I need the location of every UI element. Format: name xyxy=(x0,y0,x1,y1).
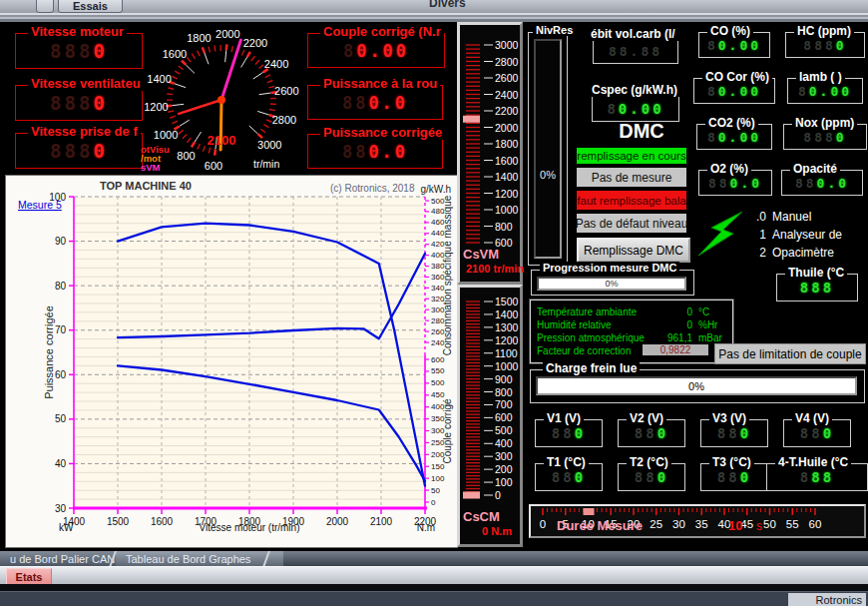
gas-group-4: CO2 (%)80.00 xyxy=(696,124,772,150)
v-label-0: V1 (V) xyxy=(544,411,584,425)
svg-text:1200: 1200 xyxy=(495,188,519,200)
svg-text:600: 600 xyxy=(205,160,222,172)
gauge-minor-tick xyxy=(251,56,255,61)
vitesse-ventilateur-label: Vitesse ventilateu xyxy=(28,76,144,91)
gas-label-7: Opacité xyxy=(790,162,840,176)
gauge-minor-tick xyxy=(263,125,268,128)
svg-text:2800: 2800 xyxy=(272,114,296,126)
t-label-1: T2 (°C) xyxy=(627,455,671,469)
right-bottom-axis-title: Couple corrigé xyxy=(442,398,453,463)
vitesse-ventilateur-group: Vitesse ventilateu 8880 xyxy=(15,85,143,121)
gauge-major-tick xyxy=(205,53,209,64)
svg-text:1600: 1600 xyxy=(163,48,187,60)
status-bar: Rotronics xyxy=(0,591,868,606)
essais-button[interactable]: Essais xyxy=(58,0,123,13)
svg-text:1000: 1000 xyxy=(495,204,519,216)
gas-label-1: HC (ppm) xyxy=(794,24,854,38)
svg-text:1800: 1800 xyxy=(187,32,211,44)
puissance-roue-group: Puissance à la rou 880.0 xyxy=(307,85,443,120)
svg-text:600: 600 xyxy=(495,411,513,423)
ambient-row-1: Humidité relative0%Hr xyxy=(531,319,732,332)
ambient-row-0: Température ambiante0°C xyxy=(531,306,732,319)
gauge-minor-tick xyxy=(209,148,210,154)
slider-handle[interactable] xyxy=(584,508,595,515)
gauge-major-tick xyxy=(259,93,271,95)
dmc-button-4[interactable]: Remplissage DMC xyxy=(577,238,690,263)
etats-button[interactable]: Etats xyxy=(6,568,52,585)
svg-text:80: 80 xyxy=(55,281,67,292)
dmc-button-3[interactable]: Pas de défaut niveau xyxy=(577,214,686,233)
left-axis-title: Puissance corrigée xyxy=(43,305,55,399)
chart-legend-mesure[interactable]: Mesure 5 xyxy=(18,199,62,211)
svg-text:500: 500 xyxy=(431,378,445,387)
t-group-3: 4-T.Huile (°C888 xyxy=(766,463,868,491)
svg-text:1400: 1400 xyxy=(495,308,519,320)
thuile-label: Thuile (°C xyxy=(785,266,847,280)
vitesse-moteur-display: 8880 xyxy=(16,34,142,68)
gauge-minor-tick xyxy=(269,109,275,110)
svg-text:35: 35 xyxy=(695,518,708,530)
csvm-meter: 6008001000120014001600180020002200240026… xyxy=(457,22,523,285)
nivres-group: NivRes 0% xyxy=(528,32,568,266)
v-label-1: V2 (V) xyxy=(627,411,666,425)
cscm-meter-value: 0 N.m xyxy=(482,525,512,537)
svg-text:700: 700 xyxy=(495,398,513,410)
svg-text:2600: 2600 xyxy=(274,85,298,97)
debit-label: ébit vol.carb (l/ xyxy=(588,27,678,41)
dmc-button-2[interactable]: faut remplissage bala xyxy=(577,191,686,210)
divers-label: Divers xyxy=(429,0,466,10)
essais-label: Essais xyxy=(73,0,108,12)
v-label-3: V4 (V) xyxy=(792,411,832,425)
vitesse-prise-group: Vitesse prise de f 8880 xyxy=(15,133,143,169)
meter-marker xyxy=(463,492,480,499)
gauge-major-tick xyxy=(241,57,247,67)
bottom-tab-bar: u de Bord Palier CANTableau de Bord Grap… xyxy=(0,551,868,566)
torque-limit-button[interactable]: Pas de limitation de couple xyxy=(714,343,866,364)
progression-bar: 0% xyxy=(537,277,686,291)
selector-arrow-icon xyxy=(695,206,747,262)
gauge-minor-tick xyxy=(183,134,187,138)
svg-text:3000: 3000 xyxy=(495,39,519,51)
gauge-minor-tick xyxy=(215,45,216,51)
gauge-minor-tick xyxy=(198,51,201,56)
right-axis-unit: g/kW.h xyxy=(420,184,451,195)
selector-option-0[interactable]: .0Manuel xyxy=(750,210,811,224)
svg-text:2200: 2200 xyxy=(243,37,267,49)
svg-text:2200: 2200 xyxy=(495,105,519,117)
csvm-meter-scale: 6008001000120014001600180020002200240026… xyxy=(460,25,520,247)
cscm-meter-label: CsCM xyxy=(463,509,500,524)
gauge-legend-csvm: sVM xyxy=(141,163,161,173)
cscm-meter-scale: 0100200300400500600700800900100011001200… xyxy=(460,288,520,509)
gas-label-2: CO Cor (%) xyxy=(702,70,772,84)
v-group-1: V2 (V)880 xyxy=(618,419,685,447)
corner-unit-nm: N.m xyxy=(417,522,435,533)
dmc-button-1[interactable]: Pas de mesure xyxy=(577,168,686,187)
couple-corrige-group: Couple corrigé (N.r 80.00 xyxy=(307,33,445,68)
charge-frein-label: Charge frein lue xyxy=(543,361,640,375)
tab-1[interactable]: Tableau de Bord Graphes xyxy=(116,551,283,566)
duree-mesure-slider[interactable]: 051015202530354045505560 Durée Mesure 10… xyxy=(529,504,866,538)
puissance-corrigee-group: Puissance corrigée 880.0 xyxy=(307,134,443,169)
vitesse-prise-display: 8880 xyxy=(16,134,142,168)
svg-text:50: 50 xyxy=(431,486,440,495)
svg-text:2000: 2000 xyxy=(326,516,349,527)
dmc-button-0[interactable]: remplissage en cours xyxy=(577,148,686,164)
ambient-unit: %Hr xyxy=(698,319,717,330)
divers-menu[interactable]: Divers xyxy=(429,0,466,10)
etats-toolbar: Etats xyxy=(0,566,868,585)
gas-label-0: CO (%) xyxy=(707,24,753,38)
bottom-gap xyxy=(0,584,868,591)
gas-label-5: Nox (ppm) xyxy=(792,116,857,130)
svg-text:1600: 1600 xyxy=(495,155,519,167)
ambient-value: 0 xyxy=(651,319,692,330)
selector-option-1[interactable]: 1Analyseur de xyxy=(750,228,842,242)
gas-group-1: HC (ppm)8880 xyxy=(785,32,865,58)
ambient-value: 0 xyxy=(651,306,692,317)
ambient-name: Température ambiante xyxy=(537,306,637,317)
gas-group-3: lamb ( )80.00 xyxy=(787,78,863,104)
chart-title: TOP MACHINE 40 xyxy=(100,180,192,192)
svg-text:55: 55 xyxy=(786,518,799,530)
selector-option-2[interactable]: 2Opacimètre xyxy=(750,246,834,260)
svg-text:90: 90 xyxy=(55,236,67,247)
toolbar-chip[interactable] xyxy=(36,0,54,13)
